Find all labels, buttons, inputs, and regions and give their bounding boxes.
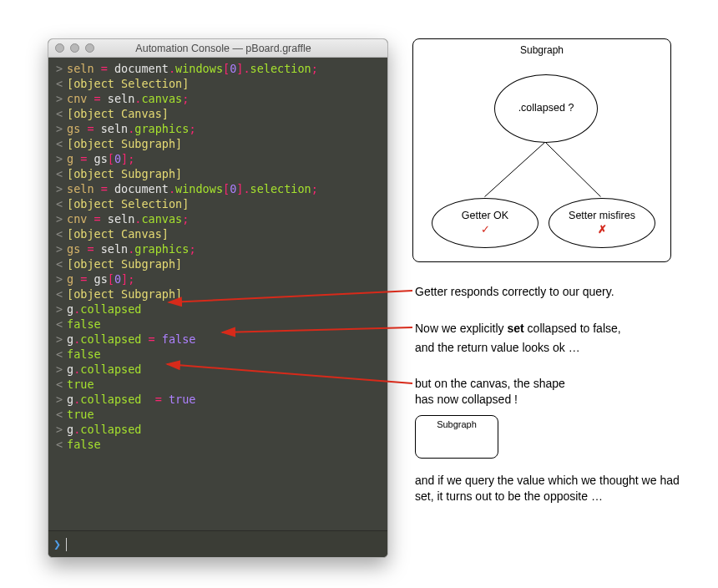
console-input-line: >g = gs[0]; xyxy=(48,151,387,166)
code-text: g = gs[0]; xyxy=(65,151,134,166)
diagram-node-label: Getter OK xyxy=(462,210,508,223)
console-input-line: >g.collapsed xyxy=(48,422,387,437)
output-marker-icon: < xyxy=(53,317,65,332)
diagram-node-collapsed-query: .collapsed ? xyxy=(494,74,598,143)
console-output-line: <[object Subgraph] xyxy=(48,136,387,151)
output-marker-icon: < xyxy=(53,136,65,151)
diagram-title: Subgraph xyxy=(413,44,670,56)
diagram-node-setter: Setter misfires ✗ xyxy=(549,198,655,248)
console-input-line: >g.collapsed xyxy=(48,302,387,317)
annotation-text: and if we query the value which we thoug… xyxy=(415,473,682,504)
output-marker-icon: < xyxy=(53,106,65,121)
cross-icon: ✗ xyxy=(598,223,607,236)
subgraph-diagram: Subgraph .collapsed ? Getter OK ✓ Setter… xyxy=(412,38,671,262)
code-text: [object Canvas] xyxy=(65,106,169,121)
code-text: g.collapsed xyxy=(65,422,141,437)
close-icon[interactable] xyxy=(55,43,64,53)
code-text: gs = seln.graphics; xyxy=(65,241,196,256)
output-marker-icon: < xyxy=(53,347,65,362)
code-text: false xyxy=(65,317,101,332)
output-marker-icon: < xyxy=(53,226,65,241)
window-title: Automation Console — pBoard.graffle xyxy=(66,43,381,54)
prompt-icon: ❯ xyxy=(53,537,61,552)
console-output-line: <[object Canvas] xyxy=(48,226,387,241)
console-output-line: <[object Subgraph] xyxy=(48,256,387,271)
input-marker-icon: > xyxy=(53,241,65,256)
code-text: cnv = seln.canvas; xyxy=(65,91,189,106)
diagram-node-label: .collapsed ? xyxy=(518,102,574,115)
output-marker-icon: < xyxy=(53,437,65,452)
annotation-text: but on the canvas, the shapehas now coll… xyxy=(415,376,649,408)
input-marker-icon: > xyxy=(53,422,65,437)
annotation-text: Getter responds correctly to our query. xyxy=(415,284,682,300)
code-text: g.collapsed xyxy=(65,302,141,317)
input-marker-icon: > xyxy=(53,392,65,407)
collapsed-subgraph-shape: Subgraph xyxy=(415,415,498,459)
code-text: seln = document.windows[0].selection; xyxy=(65,181,318,196)
code-text: [object Subgraph] xyxy=(65,256,182,271)
console-output-line: <false xyxy=(48,317,387,332)
annotation-text: Now we explicitly set collapsed to false… xyxy=(415,321,699,337)
console-input-line: >g.collapsed = false xyxy=(48,332,387,347)
input-marker-icon: > xyxy=(53,61,65,76)
output-marker-icon: < xyxy=(53,76,65,91)
input-marker-icon: > xyxy=(53,211,65,226)
code-text: [object Canvas] xyxy=(65,226,169,241)
console-output-line: <true xyxy=(48,407,387,422)
console-input-line: >seln = document.windows[0].selection; xyxy=(48,181,387,196)
console-output-line: <[object Selection] xyxy=(48,76,387,91)
code-text: g.collapsed = false xyxy=(65,332,196,347)
input-marker-icon: > xyxy=(53,332,65,347)
output-marker-icon: < xyxy=(53,286,65,302)
code-text: [object Subgraph] xyxy=(65,286,182,302)
console-input-line: >g.collapsed = true xyxy=(48,392,387,407)
check-icon: ✓ xyxy=(481,223,490,236)
output-marker-icon: < xyxy=(53,166,65,181)
console-input-line: >cnv = seln.canvas; xyxy=(48,211,387,226)
window-titlebar[interactable]: Automation Console — pBoard.graffle xyxy=(48,39,387,58)
console-output-line: <true xyxy=(48,377,387,392)
console-input-line: >gs = seln.graphics; xyxy=(48,121,387,136)
input-marker-icon: > xyxy=(53,151,65,166)
code-text: true xyxy=(65,377,94,392)
automation-console-window: Automation Console — pBoard.graffle >sel… xyxy=(48,38,388,558)
console-input-bar[interactable]: ❯ xyxy=(48,530,387,557)
code-text: cnv = seln.canvas; xyxy=(65,211,189,226)
input-marker-icon: > xyxy=(53,271,65,286)
shape-label: Subgraph xyxy=(437,419,477,429)
console-output[interactable]: >seln = document.windows[0].selection;<[… xyxy=(48,58,387,530)
code-text: false xyxy=(65,437,101,452)
output-marker-icon: < xyxy=(53,377,65,392)
code-text: g.collapsed xyxy=(65,362,141,377)
output-marker-icon: < xyxy=(53,196,65,211)
code-text: false xyxy=(65,347,101,362)
svg-line-0 xyxy=(485,142,545,197)
svg-line-1 xyxy=(545,142,601,197)
console-input-line: >g = gs[0]; xyxy=(48,271,387,286)
console-output-line: <[object Canvas] xyxy=(48,106,387,121)
output-marker-icon: < xyxy=(53,407,65,422)
console-output-line: <false xyxy=(48,437,387,452)
code-text: g = gs[0]; xyxy=(65,271,134,286)
annotation-text: and the return value looks ok … xyxy=(415,340,682,356)
console-input[interactable] xyxy=(67,538,382,551)
input-marker-icon: > xyxy=(53,91,65,106)
diagram-node-label: Setter misfires xyxy=(569,210,635,223)
input-marker-icon: > xyxy=(53,121,65,136)
code-text: [object Selection] xyxy=(65,196,189,211)
output-marker-icon: < xyxy=(53,256,65,271)
console-input-line: >gs = seln.graphics; xyxy=(48,241,387,256)
code-text: seln = document.windows[0].selection; xyxy=(65,61,318,76)
code-text: true xyxy=(65,407,94,422)
code-text: gs = seln.graphics; xyxy=(65,121,196,136)
code-text: [object Subgraph] xyxy=(65,136,182,151)
input-marker-icon: > xyxy=(53,302,65,317)
input-marker-icon: > xyxy=(53,181,65,196)
console-input-line: >g.collapsed xyxy=(48,362,387,377)
code-text: g.collapsed = true xyxy=(65,392,196,407)
console-input-line: >cnv = seln.canvas; xyxy=(48,91,387,106)
console-output-line: <[object Subgraph] xyxy=(48,166,387,181)
console-output-line: <[object Selection] xyxy=(48,196,387,211)
code-text: [object Selection] xyxy=(65,76,189,91)
code-text: [object Subgraph] xyxy=(65,166,182,181)
